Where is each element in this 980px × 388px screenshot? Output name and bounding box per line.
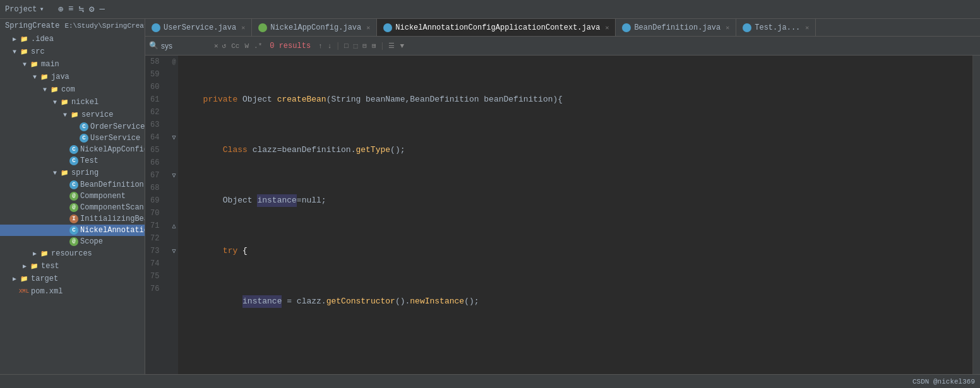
search-opt3-btn[interactable]: ⊟ bbox=[361, 42, 368, 50]
scroll-indicator[interactable] bbox=[972, 56, 980, 374]
search-case-btn[interactable]: Cc bbox=[230, 42, 241, 50]
sidebar-item-target[interactable]: ▶ 📁 target bbox=[0, 273, 145, 285]
minimize-icon[interactable]: — bbox=[99, 4, 104, 15]
sidebar-item-orderservice[interactable]: ▶ C OrderService bbox=[0, 121, 145, 132]
sidebar-item-idea[interactable]: ▶ 📁 .idea bbox=[0, 33, 145, 45]
sidebar-item-commponent[interactable]: ▶ @ Commponent bbox=[0, 191, 145, 202]
search-filter-btn[interactable]: ▼ bbox=[398, 42, 405, 50]
xml-icon: XML bbox=[19, 286, 29, 297]
project-label[interactable]: Project ▾ bbox=[5, 4, 44, 14]
annotation-icon: @ bbox=[69, 203, 78, 212]
tab-nickelappconfig[interactable]: NickelAppConfig.java ✕ bbox=[252, 19, 377, 37]
code-line-62: instance = clazz.getConstructor().newIns… bbox=[183, 295, 972, 308]
annotation-icon: @ bbox=[69, 237, 78, 246]
sidebar-item-userservice[interactable]: ▶ C UserService bbox=[0, 132, 145, 144]
folder-icon: 📁 bbox=[39, 72, 49, 82]
folder-icon: 📁 bbox=[19, 47, 29, 57]
tab-close-nickelappconfig[interactable]: ✕ bbox=[366, 24, 370, 32]
tab-icon bbox=[743, 23, 751, 32]
search-opt4-btn[interactable]: ⊞ bbox=[371, 42, 378, 50]
folder-icon: 📁 bbox=[29, 59, 39, 69]
sidebar-item-testfolder[interactable]: ▶ 📁 test bbox=[0, 260, 145, 273]
code-content: 58 59 60 61 62 63 64 65 66 67 68 69 70 7… bbox=[145, 56, 980, 374]
structure-icon[interactable]: ⊕ bbox=[58, 4, 63, 15]
folder-icon: 📁 bbox=[59, 97, 69, 107]
search-results: 0 results bbox=[270, 42, 311, 50]
search-refresh-btn[interactable]: ↺ bbox=[221, 42, 228, 50]
tab-close-userservice[interactable]: ✕ bbox=[241, 24, 245, 32]
search-bar: 🔍 ✕ ↺ Cc W .* 0 results ↑ ↓ | □ ⬚ ⊟ ⊞ | … bbox=[145, 37, 980, 56]
tab-close-nickelannotation[interactable]: ✕ bbox=[605, 24, 609, 32]
top-bar: Project ▾ ⊕ ≡ ≒ ⚙ — bbox=[0, 0, 980, 19]
project-path: E:\Study\SpringCreate bbox=[64, 22, 145, 30]
search-prev-btn[interactable]: ↑ bbox=[317, 42, 324, 50]
sidebar-item-nickelappconfig[interactable]: ▶ C NickelAppConfig bbox=[0, 144, 145, 155]
tab-testjava[interactable]: Test.ja... ✕ bbox=[736, 19, 816, 37]
sidebar-item-initializingbean[interactable]: ▶ I InitializingBean bbox=[0, 213, 145, 225]
project-dropdown-icon: ▾ bbox=[39, 4, 44, 14]
sidebar-item-commponentscan[interactable]: ▶ @ CommponentScan bbox=[0, 202, 145, 213]
sidebar-item-src[interactable]: ▼ 📁 src bbox=[0, 45, 145, 58]
project-name: SpringCreate bbox=[5, 21, 59, 30]
tab-userservice[interactable]: UserService.java ✕ bbox=[145, 19, 252, 37]
class-icon: C bbox=[69, 180, 78, 189]
class-icon: C bbox=[69, 156, 78, 165]
project-header: SpringCreate E:\Study\SpringCreate bbox=[0, 19, 145, 33]
search-opt1-btn[interactable]: □ bbox=[343, 42, 350, 50]
sidebar-item-resources[interactable]: ▶ 📁 resources bbox=[0, 247, 145, 260]
tab-nickelannotation[interactable]: NickelAnnotationConfigApplicationContext… bbox=[377, 19, 616, 37]
status-bar: CSDN @nickel369 bbox=[0, 374, 980, 388]
code-line-61: try { bbox=[183, 245, 972, 257]
list-icon[interactable]: ≡ bbox=[68, 4, 73, 15]
sidebar-item-nickelannotation[interactable]: ▶ C NickelAnnotationConfigApplicationCon… bbox=[0, 225, 145, 236]
class-icon: C bbox=[80, 122, 88, 131]
sidebar-item-beandefinition[interactable]: ▶ C BeanDefinition bbox=[0, 179, 145, 191]
search-input[interactable] bbox=[161, 42, 212, 50]
tab-icon bbox=[152, 23, 160, 32]
search-layout-btn[interactable]: ☰ bbox=[387, 42, 396, 50]
folder-icon: 📁 bbox=[19, 274, 29, 284]
code-line-60: Object instance=null; bbox=[183, 194, 972, 207]
search-word-btn[interactable]: W bbox=[243, 42, 250, 50]
class-icon: C bbox=[69, 226, 78, 235]
search-icon: 🔍 bbox=[149, 41, 158, 50]
tab-close-beandefinition[interactable]: ✕ bbox=[726, 24, 729, 32]
top-icons: ⊕ ≡ ≒ ⚙ — bbox=[58, 4, 105, 15]
folder-icon: 📁 bbox=[69, 110, 80, 120]
sidebar: SpringCreate E:\Study\SpringCreate ▶ 📁 .… bbox=[0, 19, 145, 374]
main-area: SpringCreate E:\Study\SpringCreate ▶ 📁 .… bbox=[0, 19, 980, 374]
search-clear-button[interactable]: ✕ bbox=[214, 42, 218, 50]
sidebar-item-java[interactable]: ▼ 📁 java bbox=[0, 71, 145, 83]
sidebar-item-com[interactable]: ▼ 📁 com bbox=[0, 83, 145, 96]
line-numbers: 58 59 60 61 62 63 64 65 66 67 68 69 70 7… bbox=[145, 56, 169, 374]
tab-icon bbox=[622, 23, 631, 32]
folder-icon: 📁 bbox=[29, 261, 39, 271]
tab-beandefinition[interactable]: BeanDefinition.java ✕ bbox=[616, 19, 736, 37]
folder-icon: 📁 bbox=[39, 249, 49, 259]
search-opt2-btn[interactable]: ⬚ bbox=[352, 42, 359, 50]
sidebar-item-test[interactable]: ▶ C Test bbox=[0, 155, 145, 167]
sidebar-item-pomxml[interactable]: ▶ XML pom.xml bbox=[0, 285, 145, 298]
sidebar-item-nickel[interactable]: ▼ 📁 nickel bbox=[0, 96, 145, 109]
search-sep1: | bbox=[335, 41, 340, 50]
search-next-btn[interactable]: ↓ bbox=[326, 42, 333, 50]
sidebar-item-main[interactable]: ▼ 📁 main bbox=[0, 58, 145, 71]
tab-close-testjava[interactable]: ✕ bbox=[805, 24, 809, 32]
class-icon: C bbox=[69, 145, 78, 154]
class-icon: C bbox=[80, 134, 88, 143]
code-line-59: Class clazz=beanDefinition.getType(); bbox=[183, 144, 972, 156]
code-editor: UserService.java ✕ NickelAppConfig.java … bbox=[145, 19, 980, 374]
sidebar-item-service[interactable]: ▼ 📁 service bbox=[0, 109, 145, 121]
sort-icon[interactable]: ≒ bbox=[79, 4, 84, 15]
search-regex-btn[interactable]: .* bbox=[253, 42, 263, 50]
tab-bar: UserService.java ✕ NickelAppConfig.java … bbox=[145, 19, 980, 37]
folder-icon: 📁 bbox=[59, 168, 69, 178]
annotation-icon: @ bbox=[69, 192, 78, 201]
gutter: @ ▽ ▽ △ ▽ bbox=[169, 56, 178, 374]
folder-icon: 📁 bbox=[49, 85, 59, 95]
sidebar-item-spring[interactable]: ▼ 📁 spring bbox=[0, 167, 145, 179]
folder-icon: 📁 bbox=[19, 34, 29, 44]
settings-icon[interactable]: ⚙ bbox=[89, 4, 94, 15]
sidebar-item-scope[interactable]: ▶ @ Scope bbox=[0, 236, 145, 247]
code-line-63 bbox=[183, 346, 972, 358]
